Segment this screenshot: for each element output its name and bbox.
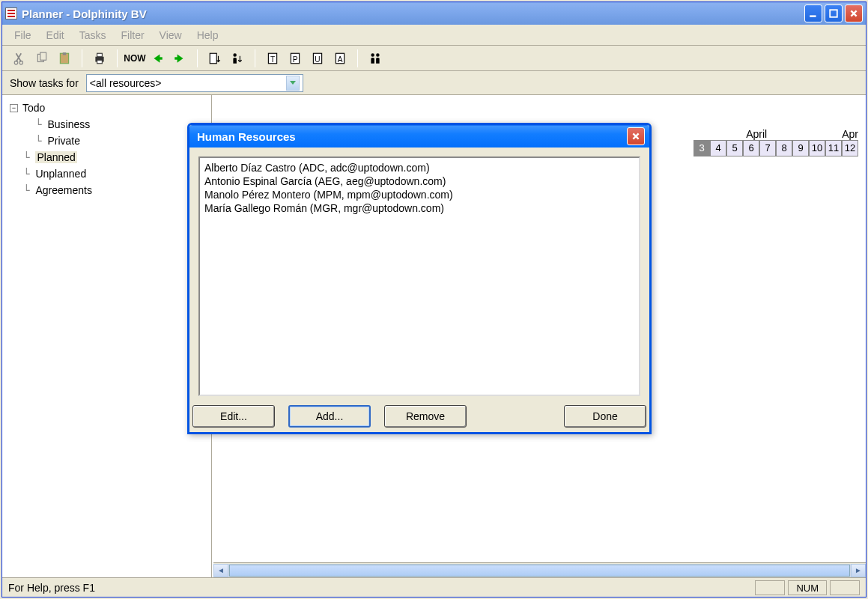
add-button[interactable]: Add...: [288, 405, 371, 428]
day-cell[interactable]: 4: [710, 140, 726, 156]
status-help-text: For Help, press F1: [8, 582, 95, 594]
horizontal-scrollbar[interactable]: ◄ ►: [213, 562, 866, 577]
status-cell-empty2: [830, 580, 860, 595]
dialog-close-button[interactable]: [627, 127, 645, 145]
spacer: [480, 405, 550, 428]
chevron-down-icon[interactable]: [286, 76, 300, 91]
people-icon[interactable]: [365, 49, 385, 68]
list-item[interactable]: Manolo Pérez Montero (MPM, mpm@uptodown.…: [204, 188, 634, 201]
scroll-left-icon[interactable]: ◄: [213, 564, 228, 577]
day-cell[interactable]: 12: [842, 140, 858, 156]
edit-button[interactable]: Edit...: [192, 405, 275, 428]
tree-label: Unplanned: [35, 168, 86, 180]
menubar: File Edit Tasks Filter View Help: [2, 25, 866, 46]
month-label: April: [746, 128, 767, 140]
dialog-title-text: Human Resources: [194, 130, 627, 143]
cut-icon[interactable]: [10, 49, 29, 68]
month-label: Apr: [842, 128, 858, 140]
tree-item-planned[interactable]: └Planned: [5, 149, 208, 165]
tree-label: Agreements: [35, 184, 91, 196]
svg-rect-1: [830, 10, 837, 17]
now-button[interactable]: NOW: [125, 49, 145, 68]
tree-item-agreements[interactable]: └Agreements: [5, 182, 208, 198]
day-cell[interactable]: 11: [825, 140, 842, 156]
filter-label: Show tasks for: [10, 77, 79, 89]
day-cell[interactable]: 6: [743, 140, 759, 156]
doc-a-icon[interactable]: A: [330, 49, 350, 68]
sort-doc-icon[interactable]: [205, 49, 225, 68]
tree-view[interactable]: − Todo └Business └Private └Planned └Unpl…: [2, 95, 212, 577]
doc-u-icon[interactable]: U: [308, 49, 327, 68]
day-cell-selected[interactable]: 3: [694, 140, 710, 156]
scroll-right-icon[interactable]: ►: [851, 564, 866, 577]
remove-button[interactable]: Remove: [384, 405, 467, 428]
scroll-track[interactable]: [228, 564, 851, 577]
svg-text:P: P: [293, 55, 298, 63]
copy-icon[interactable]: [32, 49, 52, 68]
day-cell[interactable]: 10: [809, 140, 825, 156]
collapse-icon[interactable]: −: [10, 104, 18, 112]
tree-item-unplanned[interactable]: └Unplanned: [5, 165, 208, 182]
day-cell[interactable]: 8: [776, 140, 792, 156]
statusbar: For Help, press F1 NUM: [2, 577, 866, 597]
day-cell[interactable]: 5: [726, 140, 743, 156]
tree-label-selected: Planned: [35, 151, 76, 163]
doc-p-icon[interactable]: P: [285, 49, 305, 68]
tree-label: Todo: [22, 102, 45, 114]
tree-label: Private: [47, 135, 80, 147]
resources-combo[interactable]: <all resources>: [86, 74, 303, 92]
dialog-titlebar[interactable]: Human Resources: [189, 125, 649, 148]
day-cell[interactable]: 9: [792, 140, 809, 156]
arrow-left-icon[interactable]: [148, 49, 167, 68]
menu-file[interactable]: File: [7, 26, 39, 44]
list-item[interactable]: María Gallego Román (MGR, mgr@uptodown.c…: [204, 201, 634, 215]
tree-line-icon: └: [23, 151, 29, 163]
menu-help[interactable]: Help: [189, 26, 226, 44]
menu-view[interactable]: View: [152, 26, 189, 44]
day-cell[interactable]: 7: [759, 140, 776, 156]
svg-text:A: A: [338, 55, 343, 63]
maximize-button[interactable]: [825, 4, 843, 22]
resources-listbox[interactable]: Alberto Díaz Castro (ADC, adc@uptodown.c…: [198, 156, 640, 396]
toolbar-separator: [197, 49, 198, 67]
tree-line-icon: └: [23, 184, 29, 196]
done-button[interactable]: Done: [564, 405, 646, 428]
toolbar-separator: [82, 49, 82, 67]
svg-point-23: [371, 53, 374, 57]
status-num: NUM: [788, 580, 827, 595]
window-title: Planner - Dolphinity BV: [22, 7, 804, 20]
menu-filter[interactable]: Filter: [113, 26, 151, 44]
sort-person-icon[interactable]: [228, 49, 247, 68]
status-cell-empty1: [755, 580, 785, 595]
svg-rect-9: [97, 53, 103, 57]
minimize-button[interactable]: [804, 4, 822, 22]
scroll-thumb[interactable]: [229, 565, 850, 577]
titlebar: Planner - Dolphinity BV: [2, 2, 866, 25]
toolbar-separator: [117, 49, 118, 67]
filterbar: Show tasks for <all resources>: [2, 71, 866, 95]
tree-root-todo[interactable]: − Todo: [5, 100, 208, 116]
tree-line-icon: └: [35, 135, 41, 147]
tree-line-icon: └: [35, 118, 41, 130]
list-item[interactable]: Antonio Espinal García (AEG, aeg@uptodow…: [204, 174, 634, 188]
toolbar-separator: [255, 49, 255, 67]
dialog-button-row: Edit... Add... Remove Done: [189, 405, 649, 432]
doc-t-icon[interactable]: T: [263, 49, 282, 68]
svg-text:U: U: [315, 55, 320, 63]
tree-item-private[interactable]: └Private: [5, 133, 208, 149]
svg-text:T: T: [270, 55, 275, 63]
paste-icon[interactable]: [55, 49, 74, 68]
list-item[interactable]: Alberto Díaz Castro (ADC, adc@uptodown.c…: [204, 161, 634, 174]
tree-item-business[interactable]: └Business: [5, 116, 208, 133]
svg-rect-13: [210, 53, 216, 64]
svg-rect-10: [97, 60, 103, 64]
menu-edit[interactable]: Edit: [39, 26, 72, 44]
combo-value: <all resources>: [90, 77, 162, 89]
status-indicators: NUM: [755, 580, 860, 595]
print-icon[interactable]: [90, 49, 109, 68]
tree-label: Business: [47, 118, 90, 130]
close-main-button[interactable]: [845, 4, 863, 22]
arrow-right-icon[interactable]: [170, 49, 189, 68]
menu-tasks[interactable]: Tasks: [72, 26, 114, 44]
dialog-body: Alberto Díaz Castro (ADC, adc@uptodown.c…: [189, 148, 649, 405]
